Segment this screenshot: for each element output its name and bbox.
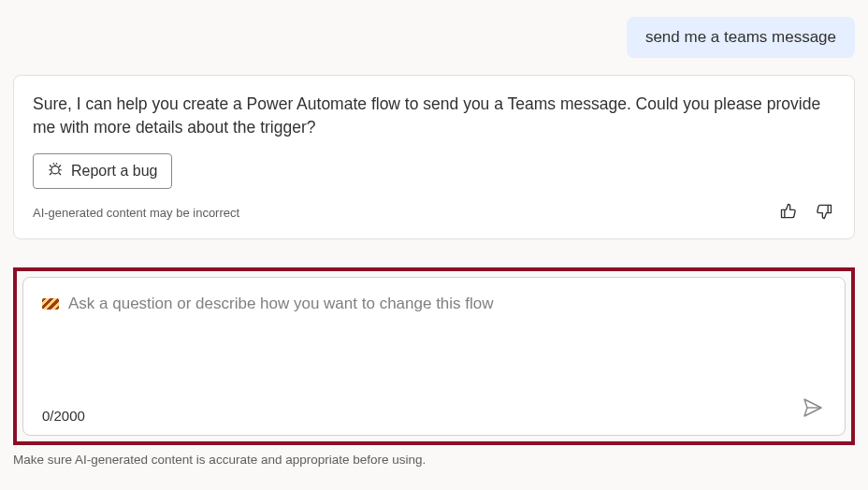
report-bug-button[interactable]: Report a bug (33, 153, 172, 189)
report-bug-label: Report a bug (71, 163, 158, 180)
character-count: 0/2000 (42, 408, 85, 424)
footer-disclaimer: Make sure AI-generated content is accura… (0, 445, 868, 467)
thumbs-down-button[interactable] (813, 200, 835, 225)
thumbs-down-icon (815, 209, 833, 223)
thumbs-up-button[interactable] (777, 200, 800, 225)
assistant-message-text: Sure, I can help you create a Power Auto… (33, 93, 835, 138)
prompt-input-card[interactable]: Ask a question or describe how you want … (22, 277, 846, 436)
feedback-buttons (777, 200, 835, 225)
svg-point-0 (51, 166, 59, 174)
prompt-placeholder: Ask a question or describe how you want … (68, 295, 494, 313)
assistant-disclaimer: AI-generated content may be incorrect (33, 206, 239, 220)
assistant-footer: AI-generated content may be incorrect (33, 200, 835, 225)
thumbs-up-icon (779, 209, 798, 223)
construction-stripes-icon (42, 298, 59, 310)
prompt-input-bottom: 0/2000 (42, 395, 826, 424)
user-message-text: send me a teams message (645, 28, 836, 46)
user-message-row: send me a teams message (13, 17, 855, 58)
chat-container: send me a teams message Sure, I can help… (0, 0, 868, 445)
input-highlight-frame: Ask a question or describe how you want … (13, 267, 855, 445)
send-button[interactable] (800, 395, 826, 424)
prompt-input-top: Ask a question or describe how you want … (42, 295, 826, 313)
bug-icon (47, 161, 64, 181)
user-message-bubble: send me a teams message (627, 17, 855, 58)
assistant-message-card: Sure, I can help you create a Power Auto… (13, 75, 855, 239)
send-icon (802, 408, 824, 422)
